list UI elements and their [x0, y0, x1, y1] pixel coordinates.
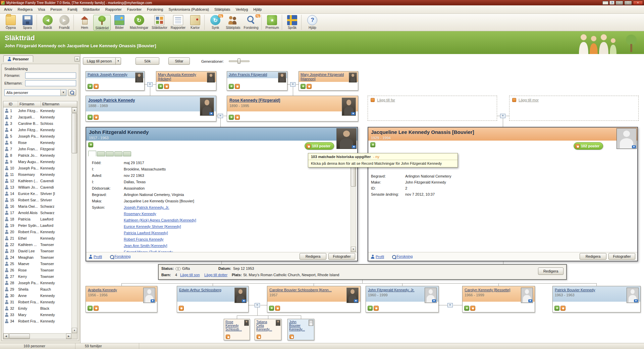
- toolbar-button[interactable]: Öppna: [2, 15, 19, 30]
- person-name-link[interactable]: Mary Augusta Kennedy [Hickey]: [158, 72, 206, 81]
- tree-icon[interactable]: [301, 84, 306, 89]
- menu-item[interactable]: Släktplats: [212, 6, 233, 12]
- person-row[interactable]: 16 Maria Owi... Schwarz: [3, 203, 71, 209]
- person-name-link[interactable]: Tatiana Celia Kennedy...: [256, 320, 275, 331]
- tab-photos[interactable]: [97, 151, 105, 156]
- parent-card[interactable]: Rose Kennedy [Fitzgerald] 1890 - 1995: [227, 96, 358, 121]
- person-row[interactable]: 26 Rose Townser: [3, 267, 71, 273]
- records-icon[interactable]: [94, 306, 99, 311]
- scroll-right-arrow[interactable]: ▶: [66, 334, 71, 339]
- person-name-link[interactable]: Rose Kennedy Schlossb...: [225, 320, 244, 331]
- parent-card[interactable]: Joseph Patrick Kennedy 1888 - 1969: [86, 96, 216, 121]
- add-person-dropdown-arrow[interactable]: ▼: [116, 57, 121, 65]
- generations-slider[interactable]: [229, 58, 250, 64]
- menu-item[interactable]: Rapporter: [103, 6, 124, 12]
- toolbar-button[interactable]: Hem: [76, 15, 93, 30]
- tree-icon[interactable]: [88, 306, 93, 311]
- person-row[interactable]: 22 Kathleen ... Townser: [3, 241, 71, 248]
- sibling-link[interactable]: Kathleen (Kick) Agnes Cavendish [Kennedy…: [124, 217, 196, 223]
- sibling-link[interactable]: Rosemary Kennedy: [124, 211, 196, 217]
- person-photo[interactable]: [616, 128, 637, 149]
- grandchild-card[interactable]: Rose Kennedy Schlossb...: [224, 319, 250, 340]
- horizontal-scrollbar[interactable]: ◀ ▶: [3, 333, 71, 339]
- photos-button[interactable]: Fotografier: [328, 253, 355, 260]
- scrollbar-thumb[interactable]: [72, 113, 77, 153]
- menu-item[interactable]: Hjälp: [251, 6, 264, 12]
- records-icon[interactable]: [470, 306, 475, 311]
- edit-button[interactable]: Redigera: [580, 253, 606, 260]
- person-row[interactable]: 12 Kathleen (... Cavendi: [3, 178, 71, 184]
- menu-item[interactable]: Person: [48, 6, 65, 12]
- menu-item[interactable]: Familj: [65, 6, 80, 12]
- column-first-name[interactable]: Förnamn: [18, 101, 41, 107]
- person-name-link[interactable]: John Bouvier Kennedy...: [289, 320, 308, 331]
- last-name-input[interactable]: [25, 80, 76, 86]
- toolbar-button[interactable]: Premium: [264, 15, 282, 30]
- person-row[interactable]: 29 Sheila Rauch: [3, 286, 71, 292]
- person-name-link[interactable]: John Fitzgerald Kennedy, Jr.: [368, 288, 422, 292]
- tree-icon[interactable]: [88, 142, 93, 147]
- menu-item[interactable]: Synkronisera (Publicera): [166, 6, 211, 12]
- person-row[interactable]: 4 John Fitzg... Kennedy: [3, 127, 71, 133]
- tree-icon[interactable]: [88, 115, 93, 120]
- person-filter-select[interactable]: Alla personer ▼: [4, 89, 66, 96]
- person-photo[interactable]: [336, 128, 357, 149]
- toolbar-button[interactable]: Rapporter: [169, 15, 187, 30]
- person-name-link[interactable]: Rose Kennedy [Fitzgerald]: [229, 98, 339, 103]
- person-row[interactable]: 8 Patrick Jo... Kennedy: [3, 152, 71, 158]
- menu-item[interactable]: Släkttavlor: [80, 6, 103, 12]
- first-name-input[interactable]: [25, 72, 76, 79]
- person-name-link[interactable]: Caroline Bouvier Schlossberg [Kenn...: [269, 288, 344, 292]
- person-row[interactable]: 21 Ethel Kennedy: [3, 235, 71, 241]
- menu-item[interactable]: Redigera: [15, 6, 35, 12]
- tree-icon[interactable]: [370, 142, 375, 147]
- tree-icon[interactable]: [269, 306, 274, 311]
- records-icon[interactable]: [235, 84, 240, 89]
- record-matches-button[interactable]: 103 poster: [305, 142, 334, 150]
- couple-connector[interactable]: [447, 303, 453, 307]
- vertical-scrollbar[interactable]: ▲ ▼: [71, 107, 77, 333]
- help-icon[interactable]: ?: [609, 1, 614, 5]
- add-father-card[interactable]: Lägg till far: [368, 96, 497, 121]
- records-icon[interactable]: [289, 335, 294, 339]
- toolbar-button[interactable]: Kartor: [187, 15, 205, 30]
- person-name-link[interactable]: Carolyn Kennedy [Bessette]: [465, 288, 519, 292]
- scrollbar-thumb[interactable]: [9, 334, 30, 339]
- person-name-link[interactable]: Arabella Kennedy: [88, 288, 141, 292]
- child-card[interactable]: Patrick Bouvier Kennedy 1963 - 1963: [552, 286, 641, 312]
- records-icon[interactable]: [374, 306, 379, 311]
- maximize-button[interactable]: □: [624, 1, 632, 5]
- person-name-link[interactable]: Joseph Patrick Kennedy: [88, 98, 197, 103]
- person-row[interactable]: 18 Patricia Lawford: [3, 216, 71, 222]
- couple-connector[interactable]: [500, 114, 505, 118]
- menu-item[interactable]: Favoriter: [124, 6, 144, 12]
- photos-button[interactable]: Fotografier: [608, 253, 635, 260]
- person-photo[interactable]: [309, 320, 313, 326]
- person-photo[interactable]: [425, 288, 437, 303]
- edit-button[interactable]: Redigera: [300, 253, 326, 260]
- person-row[interactable]: 13 William Jo... Cavendi: [3, 184, 71, 190]
- tree-icon[interactable]: [229, 84, 234, 89]
- tab-sources[interactable]: [114, 151, 122, 156]
- child-card[interactable]: Arabella Kennedy 1956 - 1956: [86, 286, 157, 312]
- person-row[interactable]: 23 David Lee Townser: [3, 248, 71, 254]
- ancestor-card[interactable]: Mary Augusta Kennedy [Hickey]: [156, 71, 216, 91]
- menu-item[interactable]: Visa: [35, 6, 48, 12]
- grandchild-card[interactable]: Tatiana Celia Kennedy...: [255, 319, 281, 340]
- person-row[interactable]: 31 Robert Fra... Kennedy: [3, 299, 71, 305]
- minimize-button[interactable]: −: [615, 1, 623, 5]
- child-card[interactable]: Edwin Arthur Schlossberg: [177, 286, 249, 312]
- add-daughter-link[interactable]: Lägg till dotter: [204, 273, 227, 277]
- couple-connector[interactable]: [290, 82, 296, 87]
- sibling-link[interactable]: Jean Ann Smith [Kennedy]: [124, 243, 196, 249]
- child-card[interactable]: Carolyn Kennedy [Bessette] 1966 - 1999: [462, 286, 535, 312]
- tab-info[interactable]: [88, 151, 96, 156]
- add-person-button[interactable]: Lägg till person: [83, 57, 116, 65]
- records-icon[interactable]: [94, 84, 99, 89]
- person-photo[interactable]: [200, 98, 214, 116]
- profile-link[interactable]: Profil: [371, 255, 384, 259]
- person-name-link[interactable]: John Francis Fitzgerald: [229, 72, 277, 77]
- person-row[interactable]: 10 Joseph Pa... Kennedy: [3, 165, 71, 171]
- camera-icon[interactable]: [352, 145, 356, 148]
- ancestor-card[interactable]: Patrick Joseph Kennedy: [86, 71, 145, 91]
